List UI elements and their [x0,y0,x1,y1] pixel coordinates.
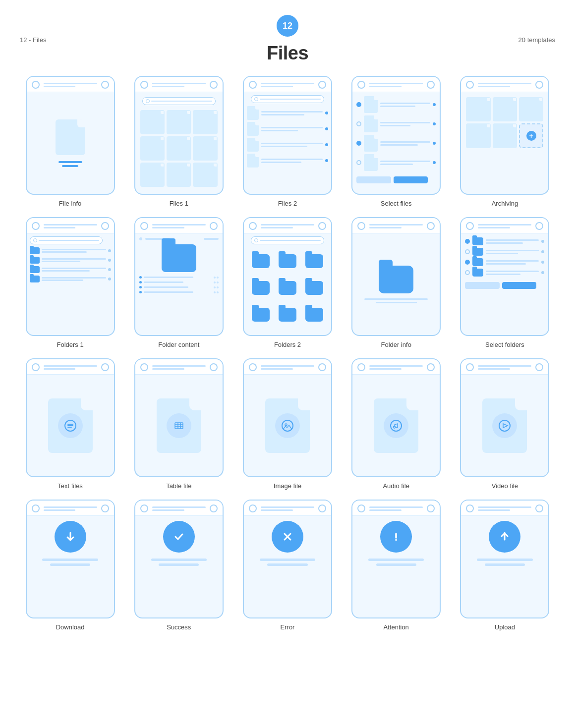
search-bar [142,97,216,105]
card-archiving[interactable]: + Archiving [455,76,555,207]
phone-header [461,359,548,375]
phone-header [135,501,223,516]
file-icon [374,398,418,453]
ph-icon-right [535,222,543,230]
ph-icon-right [535,81,543,89]
attention-icon [380,521,412,553]
card-label: Select folders [485,341,524,348]
ph-icon-left [466,504,474,512]
card-label: Audio file [383,482,409,490]
phone-frame [134,76,224,195]
card-label: Files 2 [278,200,297,207]
phone-frame [460,358,549,477]
svg-point-12 [394,426,396,428]
page-header: 12 - Files 12 Files 20 templates [20,15,555,64]
svg-point-15 [395,539,397,541]
card-folder-content[interactable]: Folder content [128,217,229,348]
card-attention[interactable]: Attention [346,500,447,631]
ph-icon-right [210,222,218,230]
card-text-files[interactable]: Text files [20,358,120,490]
phone-frame [351,500,441,618]
ph-icon-left [140,363,148,371]
ph-icon-right [101,222,109,230]
card-label: Table file [166,482,191,490]
ph-icon-right [318,363,326,371]
card-video-file[interactable]: Video file [455,358,555,490]
card-label: Image file [274,482,301,490]
phone-header [135,218,223,233]
card-label: Folder content [158,341,199,348]
ph-icon-left [140,504,148,512]
card-label: Folder info [381,341,411,348]
card-folder-info[interactable]: Folder info [346,217,447,348]
search-bar [251,95,324,103]
phone-header [27,77,114,92]
card-table-file[interactable]: Table file [128,358,229,490]
ph-icon-right [427,504,435,512]
card-select-folders[interactable]: Select folders [455,217,555,348]
phone-header [352,218,440,233]
card-download[interactable]: Download [20,500,120,631]
ph-icon-left [466,81,474,89]
card-files-1[interactable]: Files 1 [128,76,229,207]
card-error[interactable]: Error [237,500,338,631]
card-select-files[interactable]: Select files [346,76,447,207]
card-label: Select files [381,200,412,207]
badge-number: 12 [277,15,298,37]
phone-header [244,359,331,375]
phone-header [135,359,223,375]
ph-icon-left [357,222,365,230]
ph-icon-right [318,222,326,230]
card-success[interactable]: Success [128,500,229,631]
card-file-info[interactable]: File info [20,76,120,207]
ph-icon-right [318,504,326,512]
phone-frame [26,500,115,618]
archive-plus-icon: + [526,131,536,141]
ph-icon-right [318,81,326,89]
file-icon [56,119,85,155]
files-grid [138,108,220,189]
card-folders-2[interactable]: Folders 2 [237,217,338,348]
card-label: Download [56,623,85,631]
templates-count: 20 templates [518,36,555,43]
card-audio-file[interactable]: Audio file [346,358,447,490]
card-label: File info [59,200,82,207]
file-icon [482,398,527,453]
card-label: Files 1 [170,200,188,207]
phone-frame [243,76,332,195]
ph-icon-left [357,504,365,512]
ph-icon-right [210,81,218,89]
ph-icon-right [535,504,543,512]
card-upload[interactable]: Upload [455,500,555,631]
phone-frame [351,217,441,336]
phone-frame [134,500,224,618]
ph-icon-left [357,363,365,371]
success-icon [163,521,195,553]
upload-icon [489,521,520,553]
phone-header [244,77,331,92]
file-icon [265,398,310,453]
card-folders-1[interactable]: Folders 1 [20,217,120,348]
phone-header [461,501,548,516]
card-label: Error [281,623,295,631]
svg-point-11 [391,420,402,431]
ph-icon-right [427,222,435,230]
cards-grid: File info Files 1 [20,76,555,631]
phone-header [461,77,548,92]
phone-header [461,218,548,233]
card-label: Folders 2 [274,341,301,348]
ph-icon-left [249,81,257,89]
archive-files-grid: + [464,95,545,150]
ph-icon-left [32,504,40,512]
phone-frame [134,358,224,477]
ph-icon-left [32,222,40,230]
card-files-2[interactable]: Files 2 [237,76,338,207]
phone-header [244,218,331,233]
ph-icon-right [101,363,109,371]
ph-icon-right [210,363,218,371]
ph-icon-left [32,81,40,89]
card-image-file[interactable]: Image file [237,358,338,490]
ph-icon-right [427,363,435,371]
page-title: Files [267,43,308,64]
phone-frame: + [460,76,549,195]
